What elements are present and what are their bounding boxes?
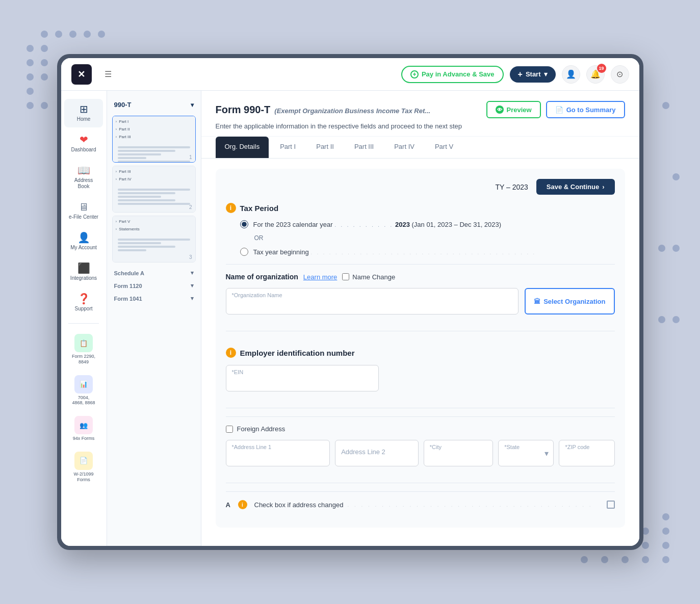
schedule-a-chevron: ▾: [191, 270, 194, 276]
card2-tag2: › Part IV: [116, 177, 192, 181]
sidebar-home-label: Home: [77, 116, 91, 122]
org-name-field-label: *Organization Name: [232, 292, 282, 298]
notifications-button[interactable]: 🔔 19: [586, 65, 605, 84]
tab-part-v[interactable]: Part V: [426, 137, 462, 158]
tax-period-option1-row: For the 2023 calendar year . . . . . . .…: [240, 220, 615, 228]
sidebar-item-94x[interactable]: 👥 94x Forms: [64, 412, 103, 445]
integrations-icon: ⬛: [77, 263, 90, 273]
preview-label: Preview: [507, 106, 532, 114]
form-card-3[interactable]: › Part V › Statements: [112, 216, 196, 262]
select-org-button[interactable]: 🏛 Select Organization: [525, 288, 614, 314]
chevron-down-icon: ▾: [544, 70, 548, 78]
ein-input[interactable]: [226, 365, 379, 391]
form-1120-header[interactable]: Form 1120 ▾: [107, 278, 201, 291]
card1-number: 1: [189, 154, 192, 160]
dashboard-icon: ❤: [80, 135, 88, 145]
card1-tag1: › Part I: [116, 119, 192, 124]
pay-advance-button[interactable]: + Pay in Advance & Save: [401, 66, 504, 83]
ein-title: Employer identification number: [240, 349, 355, 357]
form-1041-header[interactable]: Form 1041 ▾: [107, 291, 201, 304]
sidebar: ⊞ Home ❤ Dashboard 📖 Address Book 🖥 e-Fi…: [61, 91, 107, 546]
foreign-address-label: Foreign Address: [237, 425, 286, 433]
tab-part-ii-label: Part II: [316, 143, 334, 150]
profile-button[interactable]: ⊙: [611, 65, 629, 84]
ein-info-icon: i: [226, 348, 236, 358]
plus-circle-icon: +: [410, 70, 419, 78]
foreign-address-checkbox[interactable]: [226, 426, 233, 433]
form-card-2[interactable]: › Part III › Part IV: [112, 166, 196, 213]
form-thumb-2: › Part III › Part IV: [113, 166, 195, 212]
form-thumb-3: › Part V › Statements: [113, 216, 195, 262]
zip-label: *ZIP code: [565, 444, 589, 450]
tax-period-title-row: i Tax Period: [226, 203, 615, 213]
app-logo[interactable]: ✕: [71, 64, 92, 85]
schedule-a-header[interactable]: Schedule A ▾: [107, 266, 201, 278]
notification-badge: 19: [597, 64, 606, 73]
form7004-label: 7004,4868, 8868: [72, 395, 95, 406]
go-to-summary-button[interactable]: 📄 Go to Summary: [546, 101, 625, 118]
tax-period-option1-radio[interactable]: [240, 220, 248, 228]
sidebar-item-support[interactable]: ❓ Support: [64, 288, 103, 317]
card1-tag3: › Part III: [116, 135, 192, 139]
form-card-1[interactable]: › Part I › Part II › Part III: [112, 116, 196, 163]
sidebar-item-home[interactable]: ⊞ Home: [64, 99, 103, 127]
tab-part-i[interactable]: Part I: [271, 137, 305, 158]
form-description: Enter the applicable information in the …: [216, 122, 625, 130]
org-name-input-group: *Organization Name 🏛 Select Organization: [226, 288, 615, 314]
sidebar-integrations-label: Integrations: [70, 275, 97, 281]
save-continue-button[interactable]: Save & Continue ›: [536, 179, 615, 195]
avatar-button[interactable]: 👤: [562, 65, 580, 84]
card2-tag1: › Part III: [116, 169, 192, 174]
foreign-address-row: Foreign Address: [226, 425, 615, 433]
learn-more-link[interactable]: Learn more: [303, 273, 337, 281]
ty-label: TY – 2023: [496, 183, 528, 191]
addr1-field-wrapper: *Address Line 1: [226, 440, 330, 466]
support-icon: ❓: [77, 294, 90, 304]
sidebar-item-efile-center[interactable]: 🖥 e-File Center: [64, 197, 103, 225]
start-button[interactable]: + Start ▾: [510, 66, 556, 83]
check-address-section: A i Check box if address changed . . . .…: [226, 491, 615, 517]
eye-icon: 👁: [496, 106, 504, 114]
name-change-text: Name Change: [352, 273, 395, 281]
form-list-panel: 990-T ▾ › Part I › Part II: [107, 91, 201, 546]
form-body: TY – 2023 Save & Continue › i Tax Period: [201, 159, 639, 546]
address-changed-checkbox[interactable]: [607, 501, 615, 509]
tab-part-iv[interactable]: Part IV: [385, 137, 424, 158]
preview-button[interactable]: 👁 Preview: [486, 101, 541, 118]
sidebar-item-form7004[interactable]: 📊 7004,4868, 8868: [64, 371, 103, 410]
tax-period-section: TY – 2023 Save & Continue › i Tax Period: [216, 169, 625, 528]
name-change-checkbox[interactable]: [342, 273, 349, 280]
sidebar-divider: [68, 323, 99, 324]
org-name-section: Name of organization Learn more Name Cha…: [226, 273, 615, 323]
avatar-icon: 👤: [566, 69, 576, 79]
home-icon: ⊞: [80, 104, 88, 114]
hamburger-button[interactable]: ☰: [100, 66, 116, 83]
sidebar-item-my-account[interactable]: 👤 My Account: [64, 227, 103, 256]
card3-tag1: › Part V: [116, 219, 192, 224]
tab-org-details[interactable]: Org. Details: [216, 137, 269, 158]
tab-part-ii[interactable]: Part II: [307, 137, 343, 158]
city-field-wrapper: *City: [424, 440, 493, 466]
sidebar-item-integrations[interactable]: ⬛ Integrations: [64, 258, 103, 286]
ein-section: i Employer identification number *EIN: [226, 339, 615, 400]
tab-part-iii[interactable]: Part III: [345, 137, 383, 158]
main-content: Form 990-T (Exempt Organization Business…: [201, 91, 639, 546]
tax-period-radio-group: For the 2023 calendar year . . . . . . .…: [240, 220, 615, 256]
ein-field-wrapper: *EIN: [226, 365, 379, 391]
sidebar-item-address-book[interactable]: 📖 Address Book: [64, 160, 103, 195]
sidebar-item-form2290[interactable]: 📋 Form 2290,8849: [64, 330, 103, 369]
sidebar-item-dashboard[interactable]: ❤ Dashboard: [64, 129, 103, 158]
form-list-chevron: ▾: [191, 101, 194, 109]
form-list-title: 990-T: [114, 101, 132, 109]
name-change-label-row[interactable]: Name Change: [342, 273, 395, 281]
form2290-label: Form 2290,8849: [72, 354, 95, 365]
form-list-header[interactable]: 990-T ▾: [107, 97, 201, 113]
form-title-block: Form 990-T (Exempt Organization Business…: [216, 104, 431, 116]
sidebar-item-w2-1099[interactable]: 📄 W-2/1099Forms: [64, 448, 103, 487]
tab-bar: Org. Details Part I Part II Part III Par…: [201, 137, 639, 159]
form-1120-label: Form 1120: [114, 283, 142, 289]
document-icon: 📄: [555, 106, 563, 114]
state-label: *State: [504, 444, 520, 450]
tax-period-option2-radio[interactable]: [240, 248, 248, 256]
tab-part-iii-label: Part III: [354, 143, 374, 150]
